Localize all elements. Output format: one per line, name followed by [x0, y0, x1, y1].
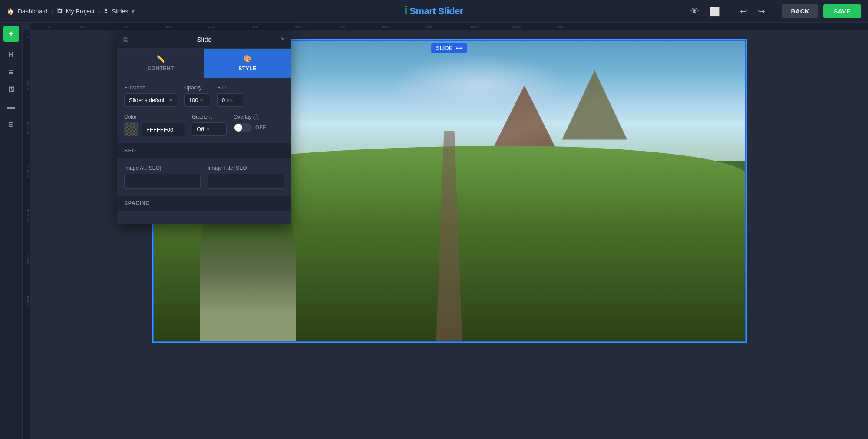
image-alt-input[interactable] [124, 174, 201, 189]
ruler-500: 500 [252, 25, 258, 29]
ruler-left: 0 100 200 300 400 500 600 [23, 30, 30, 439]
top-nav: 🏠 Dashboard › 🖼 My Project › ⠿ Slides ▾ … [0, 0, 868, 23]
color-row: FFFFFF00 [124, 122, 185, 136]
image-title-group: Image Title [SEO] [208, 165, 284, 189]
ruler-v-200: 200 [27, 122, 29, 135]
image-alt-group: Image Alt [SEO] [124, 165, 201, 189]
back-button[interactable]: BACK [782, 4, 818, 18]
app-logo: Î Smart Slider [405, 6, 463, 17]
seo-header-label: SEO [124, 148, 136, 154]
slides-icon: ⠿ [104, 8, 108, 14]
blur-value: 0 [222, 97, 225, 103]
preview-button[interactable]: 👁 [688, 3, 702, 19]
image-title-label: Image Title [SEO] [208, 165, 284, 171]
redo-button[interactable]: ↪ [755, 3, 768, 19]
nav-divider-2 [775, 5, 775, 17]
blur-unit: PX [227, 98, 233, 103]
save-button[interactable]: SAVE [823, 4, 861, 18]
gradient-group: Gradient Off ▾ [192, 114, 227, 136]
panel-close-button[interactable]: × [280, 35, 285, 44]
responsive-button[interactable]: ⬜ [707, 3, 723, 19]
opacity-unit: % [200, 98, 205, 103]
breadcrumb-slides[interactable]: Slides [112, 8, 128, 15]
breadcrumb-dashboard[interactable]: Dashboard [18, 8, 48, 15]
ruler-100: 100 [78, 25, 85, 29]
breadcrumb: 🏠 Dashboard › 🖼 My Project › ⠿ Slides ▾ [7, 7, 135, 15]
style-tab-icon: 🎨 [243, 55, 252, 63]
opacity-input[interactable]: 100 % [184, 93, 210, 107]
add-element-button[interactable]: + [3, 26, 19, 42]
ruler-700: 700 [339, 25, 345, 29]
overlay-label-text: Overlay [234, 114, 251, 120]
overlay-info-icon[interactable]: i [253, 114, 259, 120]
color-gradient-overlay-row: Color FFFFFF00 Gradient Off ▾ [124, 114, 284, 136]
ruler-v-500: 500 [27, 252, 29, 265]
tab-style[interactable]: 🎨 STYLE [204, 49, 291, 78]
canvas-wrap: // We'll draw this inline via JS after l… [23, 23, 868, 439]
cloud-layer [390, 55, 568, 116]
ruler-900: 900 [426, 25, 432, 29]
gradient-select[interactable]: Off ▾ [192, 122, 227, 136]
ruler-top-svg: // We'll draw this inline via JS after l… [30, 23, 868, 30]
style-tab-label: STYLE [238, 66, 256, 72]
image-alt-label: Image Alt [SEO] [124, 165, 201, 171]
panel-body: Fill Mode Slider's default ▾ Opacity 100… [117, 78, 291, 224]
ruler-300: 300 [165, 25, 172, 29]
sidebar-bar-button[interactable]: ▬ [3, 99, 19, 115]
sidebar-image-button[interactable]: 🖼 [3, 82, 19, 97]
spacing-header-label: SPACING [124, 200, 150, 206]
spacing-section-header: SPACING [117, 196, 291, 211]
home-icon: 🏠 [7, 8, 14, 15]
ruler-200: 200 [122, 25, 128, 29]
blur-label: Blur [217, 85, 243, 91]
main-area: + H ≡ 🖼 ▬ ⊞ // We'll draw this inline vi… [0, 23, 868, 439]
gradient-label: Gradient [192, 114, 227, 120]
seo-section-header: SEO [117, 143, 291, 158]
sidebar-heading-button[interactable]: H [3, 47, 19, 63]
content-tab-label: CONTENT [147, 66, 174, 72]
ruler-1100: 1100 [512, 25, 521, 29]
breadcrumb-myproject[interactable]: My Project [66, 8, 95, 15]
fill-mode-chevron: ▾ [169, 97, 172, 103]
image-title-input[interactable] [208, 174, 284, 189]
fill-mode-select[interactable]: Slider's default ▾ [124, 93, 177, 107]
ruler-v-100: 100 [27, 78, 29, 91]
breadcrumb-sep-2: › [98, 7, 100, 15]
fill-mode-label: Fill Mode [124, 85, 177, 91]
ruler-600: 600 [295, 25, 302, 29]
panel-tabs: ✏️ CONTENT 🎨 STYLE [117, 49, 291, 78]
sidebar-grid-button[interactable]: ⊞ [3, 116, 19, 132]
panel-header: ⧉ Slide × [117, 30, 291, 49]
overlay-group: Overlay i OFF [234, 114, 266, 132]
fill-mode-group: Fill Mode Slider's default ▾ [124, 85, 177, 107]
overlay-label: Overlay i [234, 114, 266, 120]
undo-button[interactable]: ↩ [737, 3, 750, 19]
color-value[interactable]: FFFFFF00 [142, 123, 185, 136]
color-swatch[interactable] [124, 122, 138, 136]
seo-fields-row: Image Alt [SEO] Image Title [SEO] [124, 165, 284, 189]
ruler-0: 0 [48, 25, 50, 29]
opacity-label: Opacity [184, 85, 210, 91]
color-group: Color FFFFFF00 [124, 114, 185, 136]
left-sidebar: + H ≡ 🖼 ▬ ⊞ [0, 23, 23, 439]
slide-badge-menu[interactable]: ••• [456, 45, 462, 51]
ruler-1200: 1200 [556, 25, 564, 29]
dropdown-icon[interactable]: ▾ [132, 8, 135, 15]
tab-content[interactable]: ✏️ CONTENT [117, 49, 204, 78]
sidebar-list-button[interactable]: ≡ [3, 64, 19, 80]
ruler-top: // We'll draw this inline via JS after l… [30, 23, 868, 30]
gradient-value: Off [197, 126, 204, 132]
overlay-toggle[interactable] [234, 123, 252, 132]
blur-input[interactable]: 0 PX [217, 93, 243, 107]
slide-badge: SLIDE ••• [431, 43, 468, 53]
svg-rect-0 [30, 23, 868, 30]
layers-icon[interactable]: ⧉ [123, 36, 128, 43]
overlay-toggle-knob [234, 124, 242, 132]
ruler-1000: 1000 [469, 25, 478, 29]
opacity-value: 100 [189, 97, 198, 103]
nav-divider-1 [730, 5, 730, 17]
ruler-v-0: 0 [27, 35, 29, 39]
opacity-group: Opacity 100 % [184, 85, 210, 107]
ruler-400: 400 [208, 25, 215, 29]
breadcrumb-sep-1: › [51, 7, 53, 15]
